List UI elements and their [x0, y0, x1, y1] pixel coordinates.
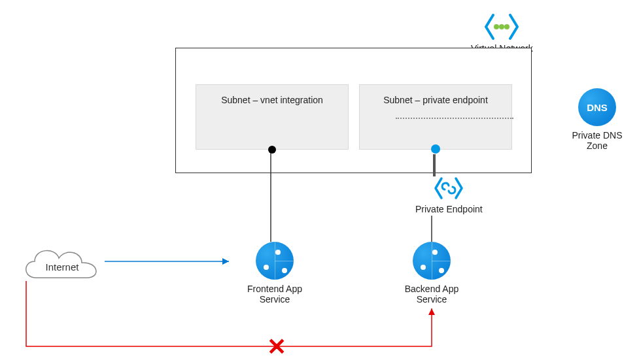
frontend-app-service: Frontend App Service [235, 242, 314, 305]
frontend-label: Frontend App Service [235, 284, 314, 305]
dns-label: Private DNS Zone [561, 130, 633, 151]
virtual-network-icon [482, 13, 521, 39]
backend-label: Backend App Service [392, 284, 471, 305]
internet-label: Internet [46, 261, 80, 273]
svg-point-1 [499, 24, 504, 29]
virtual-network-box: Subnet – vnet integration Subnet – priva… [175, 48, 532, 173]
app-service-icon [256, 242, 294, 280]
dns-icon: DNS [578, 88, 616, 126]
endpoint-dot-integration [268, 146, 276, 154]
subnet-private-endpoint: Subnet – private endpoint [359, 84, 512, 150]
subnet-private-label: Subnet – private endpoint [360, 95, 511, 105]
subnet-integration-label: Subnet – vnet integration [196, 95, 348, 105]
internet-group: Internet [13, 242, 111, 290]
svg-point-2 [504, 24, 509, 29]
svg-point-0 [494, 24, 499, 29]
private-dns-zone-group: DNS Private DNS Zone [561, 88, 633, 151]
endpoint-dot-private [431, 144, 440, 154]
private-endpoint-label: Private Endpoint [415, 204, 483, 214]
subnet-dotted-line [396, 118, 513, 119]
private-endpoint-icon [432, 176, 465, 200]
app-service-icon [413, 242, 451, 280]
arrowhead-internet-backend [428, 308, 435, 315]
blocked-icon: ✕ [267, 333, 286, 361]
backend-app-service: Backend App Service [392, 242, 471, 305]
private-endpoint-group: Private Endpoint [415, 176, 483, 214]
subnet-vnet-integration: Subnet – vnet integration [196, 84, 349, 150]
cloud-icon: Internet [16, 242, 108, 288]
arrowhead-internet-frontend [222, 258, 229, 265]
arrow-internet-backend-blocked [26, 281, 432, 346]
